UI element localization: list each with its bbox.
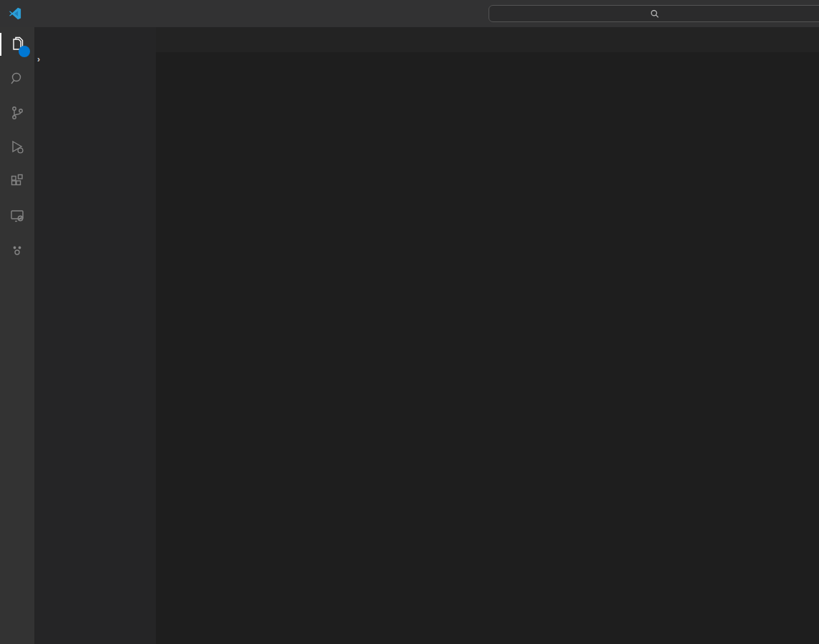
- explorer-badge: [19, 46, 30, 57]
- source-control-icon[interactable]: [0, 96, 34, 130]
- nav-history: [452, 0, 461, 27]
- custom-extension-icon[interactable]: [0, 233, 34, 267]
- extensions-icon[interactable]: [0, 164, 34, 199]
- workspace-root-folder[interactable]: ›: [34, 51, 156, 67]
- run-debug-icon[interactable]: [0, 130, 34, 164]
- title-bar: [0, 0, 819, 27]
- search-sidebar-icon[interactable]: [0, 61, 34, 96]
- vscode-logo-icon: [9, 7, 21, 20]
- code-editor[interactable]: [156, 64, 819, 644]
- explorer-header: [34, 27, 156, 51]
- search-icon: [650, 9, 659, 19]
- command-center-search[interactable]: [489, 5, 819, 22]
- activity-bar: [0, 27, 34, 644]
- tab-bar: [156, 27, 819, 52]
- vscode-window: ›: [0, 0, 819, 644]
- remote-explorer-icon[interactable]: [0, 199, 34, 233]
- explorer-icon[interactable]: [0, 27, 34, 61]
- editor-group: [156, 27, 819, 644]
- chevron-down-icon: ›: [37, 54, 40, 64]
- breadcrumb[interactable]: [156, 52, 819, 64]
- explorer-sidebar: ›: [34, 27, 156, 644]
